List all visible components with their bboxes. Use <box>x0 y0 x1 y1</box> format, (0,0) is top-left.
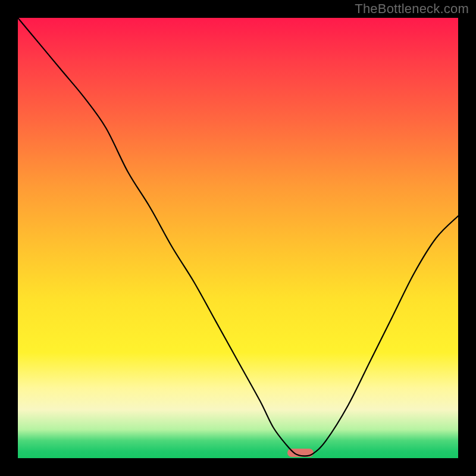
watermark-text: TheBottleneck.com <box>355 1 469 17</box>
bottleneck-curve <box>18 18 458 458</box>
plot-area <box>18 18 458 458</box>
chart-frame: TheBottleneck.com <box>0 0 476 476</box>
